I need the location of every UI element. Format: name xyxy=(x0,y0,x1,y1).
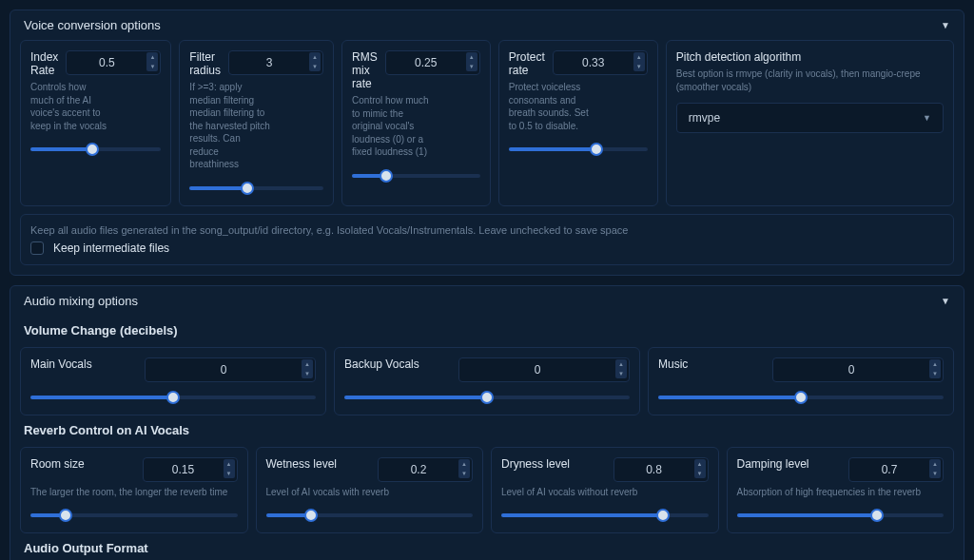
keep-files-checkbox[interactable] xyxy=(30,241,44,255)
main-vocals-slider[interactable] xyxy=(30,390,316,405)
stepper[interactable]: ▲▼ xyxy=(309,52,321,71)
room-size-desc: The larger the room, the longer the reve… xyxy=(30,486,238,499)
stepper[interactable]: ▲▼ xyxy=(615,359,627,378)
keep-files-desc: Keep all audio files generated in the so… xyxy=(30,224,944,236)
stepper[interactable]: ▲▼ xyxy=(458,459,470,478)
filter-radius-label: Filter radius xyxy=(189,50,221,77)
damping-desc: Absorption of high frequencies in the re… xyxy=(737,486,945,499)
protect-rate-card: Protect rate ▲▼ Protect voiceless conson… xyxy=(498,40,658,206)
chevron-down-icon: ▼ xyxy=(923,113,931,123)
audio-mixing-panel: Audio mixing options ▼ Volume Change (de… xyxy=(10,285,964,561)
rms-mix-label: RMS mix rate xyxy=(352,50,378,90)
index-rate-card: Index Rate ▲▼ Controls how much of the A… xyxy=(20,40,171,206)
audio-mixing-header[interactable]: Audio mixing options ▼ xyxy=(10,286,964,316)
music-input[interactable] xyxy=(772,357,944,382)
wetness-slider[interactable] xyxy=(266,508,474,523)
filter-radius-desc: If >=3: apply median filtering median fi… xyxy=(189,81,270,171)
filter-radius-card: Filter radius ▲▼ If >=3: apply median fi… xyxy=(179,40,334,206)
stepper[interactable]: ▲▼ xyxy=(224,459,235,478)
dryness-card: Dryness level ▲▼ Level of AI vocals with… xyxy=(491,447,719,534)
backup-vocals-card: Backup Vocals ▲▼ xyxy=(334,347,640,415)
pitch-algo-desc: Best option is rmvpe (clarity in vocals)… xyxy=(676,68,944,93)
backup-vocals-label: Backup Vocals xyxy=(344,357,419,371)
keep-files-card: Keep all audio files generated in the so… xyxy=(20,214,954,265)
stepper[interactable]: ▲▼ xyxy=(694,459,706,478)
voice-conversion-body: Index Rate ▲▼ Controls how much of the A… xyxy=(10,40,964,275)
dryness-desc: Level of AI vocals without reverb xyxy=(501,486,709,499)
rms-mix-desc: Control how much to mimic the original v… xyxy=(352,94,433,159)
chevron-down-icon: ▼ xyxy=(941,296,950,306)
reverb-title: Reverb Control on AI Vocals xyxy=(24,423,954,437)
panel-title: Audio mixing options xyxy=(24,294,138,308)
wetness-label: Wetness level xyxy=(266,457,337,471)
room-size-label: Room size xyxy=(30,457,85,471)
index-rate-slider[interactable] xyxy=(30,142,161,157)
volume-title: Volume Change (decibels) xyxy=(24,323,954,338)
protect-rate-slider[interactable] xyxy=(509,142,648,157)
voice-conversion-header[interactable]: Voice conversion options ▼ xyxy=(10,10,964,40)
damping-label: Damping level xyxy=(737,457,809,471)
music-slider[interactable] xyxy=(658,390,944,405)
protect-rate-label: Protect rate xyxy=(509,50,545,77)
rms-mix-card: RMS mix rate ▲▼ Control how much to mimi… xyxy=(341,40,491,206)
voice-conversion-panel: Voice conversion options ▼ Index Rate ▲▼… xyxy=(10,10,964,276)
keep-files-label: Keep intermediate files xyxy=(53,241,169,255)
stepper[interactable]: ▲▼ xyxy=(633,52,645,71)
damping-card: Damping level ▲▼ Absorption of high freq… xyxy=(727,447,955,534)
panel-title: Voice conversion options xyxy=(24,18,161,32)
chevron-down-icon: ▼ xyxy=(941,20,950,30)
dryness-slider[interactable] xyxy=(501,508,709,523)
stepper[interactable]: ▲▼ xyxy=(146,52,158,71)
pitch-algo-value: rmvpe xyxy=(689,111,720,125)
pitch-algo-card: Pitch detection algorithm Best option is… xyxy=(666,40,954,206)
backup-vocals-slider[interactable] xyxy=(344,390,630,405)
backup-vocals-input[interactable] xyxy=(458,357,630,382)
dryness-label: Dryness level xyxy=(501,457,570,471)
stepper[interactable]: ▲▼ xyxy=(302,359,313,378)
main-vocals-card: Main Vocals ▲▼ xyxy=(20,347,326,415)
music-label: Music xyxy=(658,357,688,371)
music-card: Music ▲▼ xyxy=(648,347,954,415)
pitch-algo-label: Pitch detection algorithm xyxy=(676,50,944,64)
main-vocals-label: Main Vocals xyxy=(30,357,92,371)
filter-radius-slider[interactable] xyxy=(189,181,323,196)
main-vocals-input[interactable] xyxy=(145,357,316,382)
pitch-algo-select[interactable]: rmvpe ▼ xyxy=(676,103,944,133)
rms-mix-slider[interactable] xyxy=(352,168,480,183)
audio-mixing-body: Volume Change (decibels) Main Vocals ▲▼ … xyxy=(10,323,964,561)
index-rate-label: Index Rate xyxy=(30,50,58,77)
stepper[interactable]: ▲▼ xyxy=(466,52,477,71)
index-rate-desc: Controls how much of the AI voice's acce… xyxy=(30,81,111,132)
damping-slider[interactable] xyxy=(737,508,945,523)
output-title: Audio Output Format xyxy=(24,541,954,555)
room-size-slider[interactable] xyxy=(30,508,238,523)
wetness-card: Wetness level ▲▼ Level of AI vocals with… xyxy=(256,447,484,534)
wetness-desc: Level of AI vocals with reverb xyxy=(266,486,474,499)
protect-rate-desc: Protect voiceless consonants and breath … xyxy=(509,81,590,132)
stepper[interactable]: ▲▼ xyxy=(929,459,941,478)
stepper[interactable]: ▲▼ xyxy=(929,359,941,378)
room-size-card: Room size ▲▼ The larger the room, the lo… xyxy=(20,447,248,534)
